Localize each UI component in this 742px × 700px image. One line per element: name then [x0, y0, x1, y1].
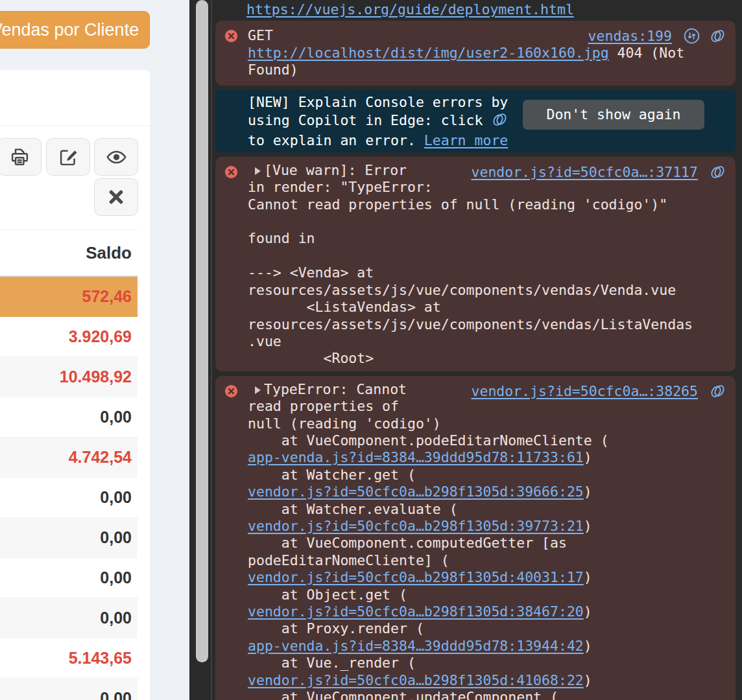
console-text: ---> <Venda> at [248, 264, 374, 281]
print-button[interactable] [0, 138, 42, 176]
console-line: vendor.js?id=50cfc0a…b298f1305d:39666:25… [248, 484, 726, 500]
vendas-por-cliente-button[interactable]: Vendas por Cliente [0, 11, 150, 49]
console-line: https://vuejs.org/guide/deployment.html [246, 1, 737, 18]
console-link[interactable]: vendor.js?id=50cfc0a…b298f1305d:39666:25 [248, 484, 584, 500]
message-action-icons [683, 27, 726, 49]
saldo-value: 0,00 [100, 488, 132, 507]
error-badge-icon [224, 384, 238, 398]
console-text: at VueComponent.computedGetter [as [248, 535, 567, 551]
console-line: app-venda.js?id=8384…39ddd95d78:13944:42… [248, 638, 726, 655]
message-source: vendor.js?id=50cfc0a…:37117 [472, 164, 699, 181]
error-badge-icon [224, 29, 238, 43]
console-link[interactable]: http://localhost/dist/img/user2-160x160.… [248, 45, 609, 61]
network-request-icon[interactable] [683, 27, 700, 49]
console-text: using Copilot in Edge: click [248, 112, 491, 128]
console-text: Found) [248, 62, 298, 78]
saldo-column-header[interactable]: r Saldo [0, 230, 138, 277]
clipped-cell-fragment: 5 [0, 277, 3, 316]
clipped-header-fragment: r [0, 230, 3, 275]
saldo-table-body: 5572,4603.920,69.10.498,9250,004.742,542… [0, 277, 138, 700]
copilot-explain-icon[interactable] [709, 382, 726, 404]
console-link[interactable]: app-venda.js?id=8384…39ddd95d78:11733:61 [248, 449, 584, 465]
saldo-value: 0,00 [100, 568, 132, 587]
expand-triangle-icon[interactable] [255, 386, 261, 394]
console-line: at VueComponent.updateComponent ( [248, 689, 726, 700]
edit-button[interactable] [46, 138, 90, 176]
copilot-explain-icon[interactable] [709, 163, 726, 185]
console-text: ) [584, 449, 592, 465]
clipped-cell-fragment: 2 [0, 478, 3, 517]
console-text: at VueComponent.updateComponent ( [248, 689, 558, 700]
preview-button[interactable] [94, 138, 138, 176]
source-file-link[interactable]: vendas:199 [588, 28, 672, 45]
console-line [248, 248, 726, 264]
table-row[interactable]: 50,00 [0, 397, 138, 438]
devtools-console-panel: https://vuejs.org/guide/deployment.htmlG… [189, 0, 742, 700]
copilot-explain-icon[interactable] [709, 27, 726, 49]
scrollbar-thumb[interactable] [196, 0, 208, 662]
console-line: resources/assets/js/vue/components/venda… [248, 316, 726, 333]
console-line: resources/assets/js/vue/components/venda… [248, 282, 726, 299]
source-file-link[interactable]: vendor.js?id=50cfc0a…:37117 [472, 164, 699, 181]
console-text: <Root> [248, 350, 374, 366]
console-text: ) [584, 484, 592, 500]
copilot-console-banner: [NEW] Explain Console errors byusing Cop… [215, 90, 736, 152]
console-line: Found) [248, 62, 726, 78]
table-row[interactable]: 5572,46 [0, 277, 138, 317]
console-text: at Object.get ( [248, 587, 407, 603]
copilot-icon[interactable] [491, 111, 509, 132]
console-line: <ListaVendas> at [248, 299, 726, 316]
console-link[interactable]: vendor.js?id=50cfc0a…b298f1305d:38467:20 [248, 603, 584, 620]
console-line: app-venda.js?id=8384…39ddd95d78:11733:61… [248, 449, 726, 466]
console-line: at VueComponent.podeEditarNomeCliente ( [248, 432, 726, 449]
console-line: vendor.js?id=50cfc0a…b298f1305d:41068:22… [248, 672, 726, 689]
table-row[interactable]: 0,00 [0, 598, 138, 638]
message-source: vendas:199 [588, 28, 672, 45]
console-text: resources/assets/js/vue/components/venda… [248, 282, 676, 298]
console-link[interactable]: app-venda.js?id=8384…39ddd95d78:13944:42 [248, 638, 584, 654]
table-row[interactable]: 4.742,54 [0, 438, 138, 478]
table-row[interactable]: 0,00 [0, 679, 138, 700]
close-x-icon [108, 189, 125, 205]
table-row[interactable]: .10.498,92 [0, 357, 138, 397]
console-text: read properties of [248, 398, 399, 414]
console-line: at Vue._render ( [248, 655, 726, 671]
console-text: <ListaVendas> at [248, 299, 441, 315]
console-link[interactable]: vendor.js?id=50cfc0a…b298f1305d:41068:22 [248, 672, 584, 688]
table-row[interactable]: 20,00 [0, 478, 138, 518]
console-line: vendor.js?id=50cfc0a…b298f1305d:39773:21… [248, 518, 726, 535]
message-action-icons [709, 163, 726, 185]
console-line: at VueComponent.computedGetter [as [248, 535, 726, 552]
card-divider [0, 125, 150, 126]
source-file-link[interactable]: vendor.js?id=50cfc0a…:38265 [472, 383, 699, 400]
console-text: TypeError: Cannot [264, 381, 407, 397]
console-link[interactable]: Learn more [424, 132, 508, 148]
console-text: null (reading 'codigo') [248, 415, 441, 432]
table-row[interactable]: 0,00 [0, 518, 138, 558]
console-link[interactable]: vendor.js?id=50cfc0a…b298f1305d:40031:17 [248, 569, 584, 585]
console-line: at Proxy.render ( [248, 620, 726, 637]
console-log-message: https://vuejs.org/guide/deployment.html [214, 0, 737, 21]
dont-show-again-button[interactable]: Don't show again [523, 100, 704, 130]
console-link[interactable]: vendor.js?id=50cfc0a…b298f1305d:39773:21 [248, 518, 584, 534]
console-text: [Vue warn]: Error [264, 162, 407, 178]
console-log: https://vuejs.org/guide/deployment.htmlG… [214, 0, 737, 700]
console-text: at Proxy.render ( [248, 620, 424, 636]
console-text: to explain an error. [248, 132, 424, 148]
console-left-divider [211, 0, 212, 700]
console-error-message: TypeError: Cannotread properties ofnull … [215, 376, 736, 700]
console-line [248, 213, 726, 230]
console-line: http://localhost/dist/img/user2-160x160.… [248, 45, 726, 62]
table-row[interactable]: 03.920,69 [0, 317, 138, 357]
table-row[interactable]: 5.143,65 [0, 638, 138, 679]
console-link[interactable]: https://vuejs.org/guide/deployment.html [246, 1, 574, 18]
close-button[interactable] [94, 178, 138, 216]
saldo-value: 0,00 [100, 609, 132, 627]
table-row[interactable]: .0,00 [0, 558, 138, 598]
console-line: Cannot read properties of null (reading … [248, 196, 726, 213]
expand-triangle-icon[interactable] [255, 167, 261, 175]
saldo-value: 572,46 [82, 287, 132, 306]
console-line: to explain an error. Learn more [248, 132, 726, 149]
console-text: found in [248, 230, 315, 246]
saldo-header-label: Saldo [86, 243, 132, 263]
